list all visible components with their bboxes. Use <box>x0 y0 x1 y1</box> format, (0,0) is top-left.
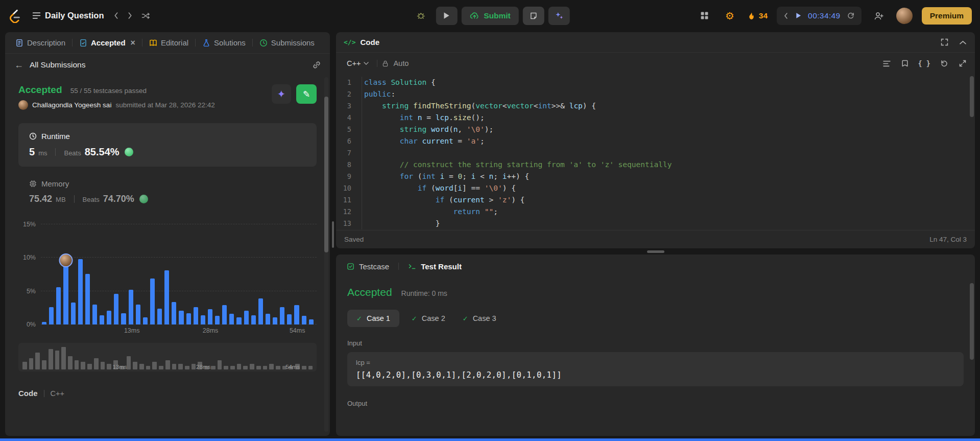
case-tab-3[interactable]: ✓Case 3 <box>458 310 501 327</box>
tab-testcase[interactable]: Testcase <box>344 260 392 273</box>
mini-distribution-chart[interactable]: 13ms28ms54ms <box>18 343 317 372</box>
runtime-bar[interactable] <box>63 261 68 324</box>
premium-button[interactable]: Premium <box>922 7 972 25</box>
runtime-bar[interactable] <box>92 305 97 324</box>
format-code-button[interactable] <box>882 59 892 68</box>
run-button[interactable] <box>436 7 457 25</box>
tab-test-result[interactable]: Test Result <box>405 260 465 273</box>
code-line[interactable]: 3 string findTheString(vector<vector<int… <box>336 100 975 112</box>
input-box[interactable]: lcp = [[4,0,2,0],[0,3,0,1],[2,0,2,0],[0,… <box>347 352 964 386</box>
leetcode-logo[interactable] <box>8 8 22 23</box>
runtime-bar[interactable] <box>85 274 90 324</box>
code-line[interactable]: 1class Solution { <box>336 77 975 88</box>
debugger-button[interactable] <box>410 7 432 25</box>
expand-editor-button[interactable] <box>958 59 967 68</box>
layout-button[interactable] <box>697 8 712 24</box>
editor-scrollbar-thumb[interactable] <box>970 76 974 117</box>
runtime-bar[interactable] <box>266 314 270 324</box>
prev-question-button[interactable] <box>110 9 122 22</box>
runtime-bar[interactable] <box>194 307 198 324</box>
case-tab-1[interactable]: ✓Case 1 <box>347 310 399 327</box>
panel-resize-handle-horizontal[interactable] <box>336 248 975 254</box>
testcase-scrollbar-thumb[interactable] <box>970 283 974 360</box>
next-question-button[interactable] <box>124 9 136 22</box>
runtime-bar[interactable] <box>186 313 191 324</box>
runtime-bar[interactable] <box>157 309 162 324</box>
code-line[interactable]: 5 string word(n, '\0'); <box>336 124 975 135</box>
runtime-bar[interactable] <box>302 316 306 324</box>
timer-collapse-button[interactable] <box>783 12 789 20</box>
back-arrow-icon[interactable]: ← <box>14 60 23 71</box>
tab-submissions[interactable]: Submissions <box>254 35 320 50</box>
runtime-bar[interactable] <box>222 305 227 324</box>
notes-button[interactable] <box>523 7 544 25</box>
runtime-bar[interactable] <box>129 290 133 324</box>
ai-analyze-button[interactable]: ✦ <box>272 84 291 104</box>
runtime-bar[interactable] <box>294 305 299 324</box>
code-line[interactable]: 4 int n = lcp.size(); <box>336 112 975 124</box>
code-line[interactable]: 12 return ""; <box>336 206 975 218</box>
ai-assistant-button[interactable] <box>548 7 570 25</box>
user-avatar[interactable] <box>896 8 913 24</box>
runtime-bar[interactable] <box>179 311 183 324</box>
runtime-bar[interactable] <box>172 302 176 324</box>
random-question-button[interactable] <box>138 9 154 23</box>
runtime-bar[interactable] <box>78 259 83 324</box>
tab-description[interactable]: Description <box>10 35 70 50</box>
snippets-button[interactable]: { } <box>918 59 930 67</box>
runtime-bar[interactable] <box>143 317 148 324</box>
runtime-bar[interactable] <box>258 298 263 324</box>
edit-note-button[interactable]: ✎ <box>296 84 317 104</box>
runtime-bar[interactable] <box>309 319 314 324</box>
runtime-bar[interactable] <box>136 305 140 324</box>
tab-editorial[interactable]: Editorial <box>144 35 194 50</box>
runtime-bar[interactable] <box>244 311 249 324</box>
streak-counter[interactable]: 34 <box>747 11 768 20</box>
timer-reset-button[interactable] <box>846 11 855 20</box>
timer-play-button[interactable] <box>795 11 802 20</box>
runtime-bar[interactable] <box>71 303 76 324</box>
runtime-bar[interactable] <box>215 316 220 324</box>
runtime-bar[interactable] <box>208 309 212 324</box>
runtime-card[interactable]: Runtime 5 ms Beats 85.54% <box>18 123 317 167</box>
settings-button[interactable]: ⚙ <box>722 7 738 25</box>
submit-button[interactable]: Submit <box>461 7 519 25</box>
runtime-bar[interactable] <box>121 313 126 324</box>
case-tab-2[interactable]: ✓Case 2 <box>407 310 450 327</box>
auto-label[interactable]: Auto <box>393 59 409 67</box>
language-selector[interactable]: C++ <box>344 57 372 70</box>
author-name[interactable]: Challagondla Yogeesh sai <box>32 101 111 109</box>
code-line[interactable]: 13 } <box>336 218 975 229</box>
code-line[interactable]: 10 if (word[i] == '\0') { <box>336 182 975 194</box>
panel-resize-handle-vertical[interactable] <box>330 32 336 437</box>
runtime-bar[interactable] <box>114 294 118 324</box>
memory-card[interactable]: Memory 75.42 MB Beats 74.70% <box>18 171 317 213</box>
copy-link-icon[interactable] <box>313 61 321 69</box>
runtime-bar[interactable] <box>201 315 205 324</box>
reset-code-button[interactable] <box>940 59 949 68</box>
code-line[interactable]: 11 if (current > 'z') { <box>336 194 975 206</box>
runtime-bar[interactable] <box>251 315 256 324</box>
close-icon[interactable]: × <box>131 38 135 48</box>
runtime-bar[interactable] <box>100 315 104 324</box>
bookmark-button[interactable] <box>901 59 909 68</box>
code-line[interactable]: 9 for (int i = 0; i < n; i++) { <box>336 171 975 182</box>
runtime-bar[interactable] <box>287 314 292 324</box>
collapse-panel-button[interactable] <box>959 39 967 45</box>
all-submissions-label[interactable]: All Submissions <box>30 60 85 69</box>
code-line[interactable]: 6 char current = 'a'; <box>336 135 975 147</box>
daily-question-button[interactable]: Daily Question <box>28 8 108 24</box>
tab-accepted[interactable]: Accepted× <box>74 35 140 51</box>
invite-button[interactable] <box>871 8 887 24</box>
code-line[interactable]: 8 // construct the string starting from … <box>336 159 975 171</box>
runtime-bar[interactable] <box>273 317 277 324</box>
fullscreen-button[interactable] <box>940 37 949 47</box>
tab-solutions[interactable]: Solutions <box>197 35 251 50</box>
code-editor[interactable]: 1class Solution {2public:3 string findTh… <box>336 74 975 230</box>
code-line[interactable]: 7 <box>336 147 975 159</box>
left-scrollbar-track[interactable] <box>324 77 328 432</box>
runtime-bar[interactable] <box>56 287 61 324</box>
runtime-bar[interactable] <box>164 270 169 324</box>
code-line[interactable]: 2public: <box>336 88 975 100</box>
runtime-bar[interactable] <box>236 317 241 324</box>
